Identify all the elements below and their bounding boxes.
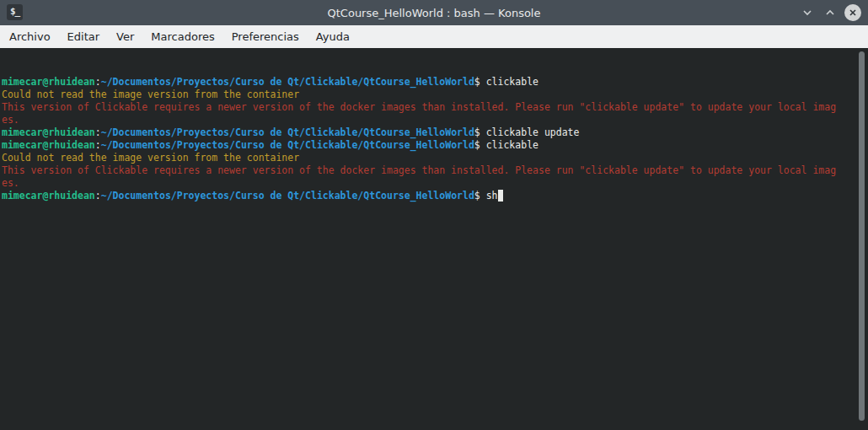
window-title: QtCourse_HelloWorld : bash — Konsole [328,7,541,19]
terminal-text-segment: : [95,76,101,88]
terminal-line: Could not read the image version from th… [2,152,858,164]
terminal-text-segment: Could not read the image version from th… [2,89,299,100]
terminal-text-segment: ~/Documentos/Proyectos/Curso de Qt/Click… [101,126,474,138]
terminal-line: Could not read the image version from th… [2,89,858,101]
terminal-lines: mimecar@rhuidean:~/Documentos/Proyectos/… [2,76,858,202]
menu-item-archivo[interactable]: Archivo [1,25,59,48]
chevron-up-icon [823,6,837,19]
window-controls [799,0,861,25]
terminal-line: This version of Clickable requires a new… [2,101,858,114]
terminal-text-segment: Could not read the image version from th… [2,152,299,164]
menu-item-ver[interactable]: Ver [108,25,142,48]
terminal-text-segment: ~/Documentos/Proyectos/Curso de Qt/Click… [101,139,474,151]
terminal-text-segment: mimecar@rhuidean [2,76,95,88]
konsole-app-icon[interactable]: $_ [7,4,23,20]
terminal-text-segment: es. [2,114,19,126]
terminal-text-segment: : [95,190,101,202]
title-bar[interactable]: $_ QtCourse_HelloWorld : bash — Konsole [0,0,868,25]
close-icon [846,6,860,19]
terminal-text-segment: $ sh [474,190,498,202]
konsole-window: $_ QtCourse_HelloWorld : bash — Konsole [0,0,868,430]
terminal-text-segment: ~/Documentos/Proyectos/Curso de Qt/Click… [101,190,474,202]
menu-item-editar[interactable]: Editar [59,25,109,48]
minimize-button[interactable] [799,4,816,21]
terminal-text-segment: $ clickable [474,76,538,88]
terminal-line: This version of Clickable requires a new… [2,164,858,177]
close-button[interactable] [844,4,861,21]
terminal-cursor [498,190,504,202]
terminal-line: es. [2,177,858,190]
menu-item-ayuda[interactable]: Ayuda [308,25,358,48]
terminal-text-segment: mimecar@rhuidean [2,190,95,202]
terminal-text-segment: mimecar@rhuidean [2,139,95,151]
terminal-text-segment: $ clickable update [474,126,580,138]
terminal-line: mimecar@rhuidean:~/Documentos/Proyectos/… [2,76,858,89]
terminal-text-segment: es. [2,177,19,189]
chevron-down-icon [801,6,814,19]
terminal-text-segment: This version of Clickable requires a new… [2,164,836,176]
terminal-text-segment: This version of Clickable requires a new… [2,101,836,113]
menu-item-marcadores[interactable]: Marcadores [142,25,222,48]
terminal-area[interactable]: mimecar@rhuidean:~/Documentos/Proyectos/… [0,48,868,430]
terminal-text-segment: : [95,139,101,151]
terminal-text-segment: ~/Documentos/Proyectos/Curso de Qt/Click… [101,76,474,88]
menu-item-preferencias[interactable]: Preferencias [223,25,308,48]
terminal-text-segment: $ clickable [474,139,538,151]
terminal-text-segment: : [95,126,101,138]
terminal-line: mimecar@rhuidean:~/Documentos/Proyectos/… [2,190,858,202]
terminal-line: mimecar@rhuidean:~/Documentos/Proyectos/… [2,126,858,139]
scrollbar-thumb[interactable] [859,51,865,421]
terminal-line: es. [2,114,858,126]
menu-bar: ArchivoEditarVerMarcadoresPreferenciasAy… [0,25,868,48]
terminal-line: mimecar@rhuidean:~/Documentos/Proyectos/… [2,139,858,152]
terminal-text-segment: mimecar@rhuidean [2,126,95,138]
maximize-button[interactable] [822,4,839,21]
